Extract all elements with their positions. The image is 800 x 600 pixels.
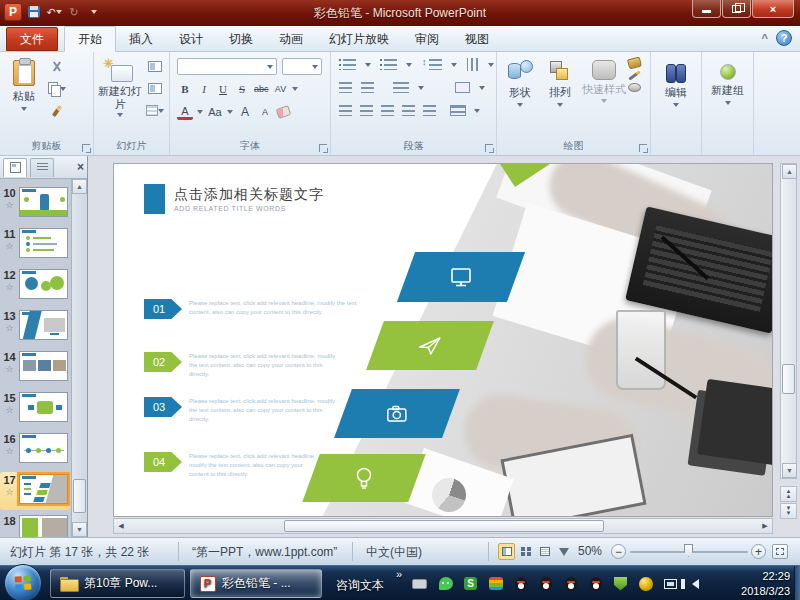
taskbar-folder-button[interactable]: 第10章 Pow... — [50, 569, 185, 598]
qq-tray-icon-1[interactable] — [513, 576, 528, 591]
text-direction-icon[interactable] — [467, 58, 478, 71]
volume-icon[interactable] — [688, 576, 703, 591]
tab-file[interactable]: 文件 — [6, 27, 58, 51]
scroll-left-button[interactable]: ◀ — [114, 520, 128, 532]
slide-thumbnail-13[interactable] — [19, 310, 68, 340]
slide-thumbnail-14[interactable] — [19, 351, 68, 381]
start-button[interactable] — [4, 564, 42, 600]
align-right-icon[interactable] — [381, 105, 394, 116]
slide-subtitle[interactable]: ADD RELATED TITLE WORDS — [174, 205, 286, 212]
tab-home[interactable]: 开始 — [64, 26, 116, 52]
decrease-indent-icon[interactable] — [339, 82, 352, 93]
shape-fill-icon[interactable] — [627, 56, 642, 69]
slide-thumbnail-16[interactable] — [19, 433, 68, 463]
editing-button[interactable]: 编辑 — [655, 60, 697, 130]
line-spacing-icon[interactable] — [429, 59, 442, 70]
help-button[interactable]: ? — [776, 30, 792, 46]
qq-tray-icon-2[interactable] — [538, 576, 553, 591]
character-spacing-button[interactable]: AV — [273, 81, 289, 97]
layout-button[interactable] — [146, 58, 164, 75]
scroll-up-button[interactable]: ▲ — [782, 164, 797, 179]
previous-slide-button[interactable]: ▲▲ — [780, 486, 797, 502]
scroll-right-button[interactable]: ▶ — [758, 520, 772, 532]
tab-view[interactable]: 视图 — [452, 26, 502, 52]
new-slide-button[interactable]: ✳ 新建幻灯片 — [97, 56, 143, 134]
shadow-strike-button[interactable]: S — [234, 81, 250, 97]
tab-outline[interactable] — [30, 158, 54, 177]
slideshow-button[interactable] — [555, 543, 572, 560]
sogou-tray-icon[interactable]: S — [463, 576, 478, 591]
paste-button[interactable]: 粘贴 — [4, 56, 44, 134]
drawing-dialog-launcher[interactable] — [639, 144, 647, 152]
grow-font-button[interactable]: A — [237, 104, 253, 120]
collapse-ribbon-icon[interactable]: ^ — [762, 32, 768, 44]
next-slide-button[interactable]: ▼▼ — [780, 503, 797, 519]
horizontal-scrollbar[interactable]: ◀ ▶ — [113, 518, 773, 534]
tab-review[interactable]: 审阅 — [402, 26, 452, 52]
bold-button[interactable]: B — [177, 81, 193, 97]
slide-thumbnail-12[interactable] — [19, 269, 68, 299]
shrink-font-button[interactable]: A — [257, 104, 273, 120]
antivirus-shield-icon[interactable] — [613, 576, 628, 591]
copy-button[interactable] — [48, 80, 66, 97]
taskbar-clock[interactable]: 22:29 2018/3/23 — [741, 569, 790, 599]
new-group-button[interactable]: 新建组 — [704, 60, 751, 130]
show-desktop-button[interactable] — [794, 566, 800, 600]
slide-thumbnail-10[interactable] — [19, 187, 68, 217]
change-case-button[interactable]: Aa — [207, 104, 223, 120]
align-text-icon[interactable] — [455, 82, 470, 93]
fit-to-window-button[interactable] — [772, 544, 788, 559]
clipboard-dialog-launcher[interactable] — [82, 144, 90, 152]
close-panel-button[interactable]: × — [77, 160, 84, 174]
shape-outline-icon[interactable] — [628, 71, 640, 81]
slide-thumbnail-15[interactable] — [19, 392, 68, 422]
overflow-chevron-icon[interactable]: » — [396, 568, 402, 580]
slide-thumbnail-18[interactable] — [19, 515, 68, 537]
bullets-icon[interactable] — [343, 59, 356, 70]
scroll-up-button[interactable]: ▲ — [72, 179, 87, 194]
justify-icon[interactable] — [402, 105, 415, 116]
list-item-01[interactable]: 01 Please replace text, click add releva… — [144, 299, 374, 319]
taskbar-powerpoint-button[interactable]: 彩色铅笔 - ... — [190, 569, 322, 598]
wechat-tray-icon[interactable] — [438, 576, 453, 591]
clear-formatting-icon[interactable] — [276, 105, 291, 119]
scrollbar-thumb[interactable] — [782, 364, 795, 394]
rainbow-tray-icon[interactable] — [488, 576, 503, 591]
scroll-down-button[interactable]: ▼ — [72, 522, 87, 537]
light-bulb-shape[interactable] — [302, 454, 425, 502]
slide-thumbnail-17-selected[interactable] — [19, 474, 68, 504]
italic-button[interactable]: I — [196, 81, 212, 97]
shape-effects-icon[interactable] — [628, 83, 641, 92]
paragraph-dialog-launcher[interactable] — [485, 144, 493, 152]
minimize-button[interactable] — [692, 0, 721, 18]
section-button[interactable] — [146, 102, 164, 119]
smartart-convert-icon[interactable] — [450, 105, 466, 116]
zoom-in-button[interactable]: + — [751, 544, 766, 559]
font-color-button[interactable]: A — [177, 104, 193, 120]
character-spacing-dropdown[interactable] — [292, 87, 298, 91]
change-case-dropdown[interactable] — [227, 110, 233, 114]
quick-styles-button[interactable]: 快速样式 — [581, 56, 627, 134]
language-indicator[interactable]: 中文(中国) — [366, 544, 422, 561]
vertical-scrollbar[interactable]: ▲ ▼ — [780, 163, 797, 479]
scrollbar-thumb[interactable] — [73, 479, 86, 513]
reset-button[interactable] — [146, 80, 164, 97]
align-center-icon[interactable] — [360, 105, 373, 116]
list-item-04[interactable]: 04 Please replace text, click add releva… — [144, 452, 319, 479]
cut-button[interactable] — [48, 58, 66, 75]
zoom-level[interactable]: 50% — [578, 544, 602, 558]
safety-ball-icon[interactable] — [638, 576, 653, 591]
paper-plane-shape[interactable] — [366, 321, 494, 370]
font-size-combo[interactable] — [282, 58, 322, 75]
network-icon[interactable] — [663, 576, 678, 591]
format-painter-button[interactable] — [48, 102, 66, 119]
numbering-icon[interactable] — [384, 59, 397, 70]
arrange-button[interactable]: 排列 — [541, 56, 579, 134]
input-method-icon[interactable] — [412, 576, 427, 591]
zoom-out-button[interactable]: − — [611, 544, 626, 559]
align-left-icon[interactable] — [339, 105, 352, 116]
slide-title[interactable]: 点击添加相关标题文字 — [174, 186, 324, 204]
restore-button[interactable] — [722, 0, 751, 18]
distribute-icon[interactable] — [423, 105, 436, 116]
slide-thumbnail-11[interactable] — [19, 228, 68, 258]
